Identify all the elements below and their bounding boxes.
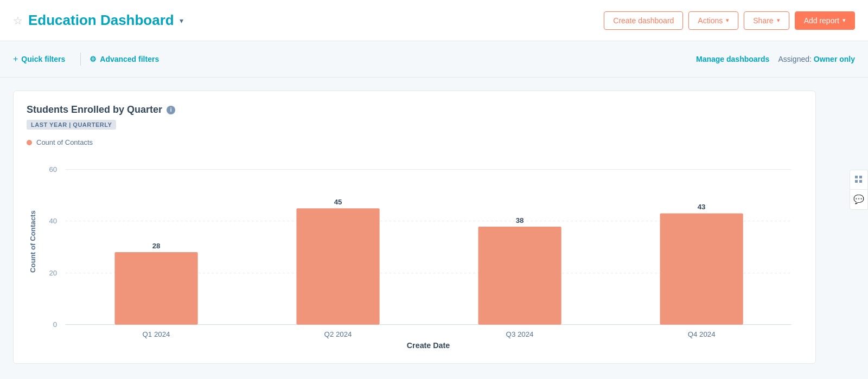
svg-text:Count of Contacts: Count of Contacts bbox=[29, 210, 37, 273]
header: ☆ Education Dashboard ▾ Create dashboard… bbox=[0, 0, 868, 41]
svg-text:Q2 2024: Q2 2024 bbox=[324, 330, 352, 338]
share-button[interactable]: Share bbox=[744, 11, 789, 30]
svg-text:45: 45 bbox=[334, 198, 342, 206]
star-icon[interactable]: ☆ bbox=[13, 14, 23, 27]
svg-text:40: 40 bbox=[49, 217, 57, 225]
bar-q3[interactable] bbox=[478, 227, 561, 325]
svg-text:Q3 2024: Q3 2024 bbox=[506, 330, 534, 338]
info-icon[interactable]: i bbox=[167, 106, 175, 114]
bar-q1[interactable] bbox=[114, 252, 197, 325]
legend-label: Count of Contacts bbox=[36, 138, 93, 146]
side-panel: 💬 bbox=[850, 170, 868, 210]
actions-button[interactable]: Actions bbox=[688, 11, 738, 30]
assigned-label: Assigned: Owner only bbox=[778, 55, 855, 63]
svg-text:Q1 2024: Q1 2024 bbox=[143, 330, 170, 338]
chart-area: 60 40 20 0 Count of Contacts 28 Q1 2024 … bbox=[27, 155, 802, 350]
chart-title: Students Enrolled by Quarter i bbox=[27, 104, 802, 115]
dashboard-title: Education Dashboard bbox=[28, 12, 174, 29]
bar-q2[interactable] bbox=[296, 208, 379, 325]
chat-icon: 💬 bbox=[853, 194, 864, 204]
add-report-button[interactable]: Add report bbox=[795, 11, 855, 30]
chart-card: Students Enrolled by Quarter i LAST YEAR… bbox=[13, 91, 816, 364]
svg-text:28: 28 bbox=[152, 242, 161, 250]
assigned-value: Owner only bbox=[814, 55, 855, 63]
bar-q4[interactable] bbox=[660, 213, 743, 324]
filter-bar: + Quick filters ⚙ Advanced filters Manag… bbox=[0, 41, 868, 78]
svg-text:43: 43 bbox=[698, 203, 706, 211]
advanced-filters-button[interactable]: ⚙ Advanced filters bbox=[90, 50, 159, 68]
plus-icon: + bbox=[13, 54, 18, 64]
legend-dot bbox=[27, 140, 32, 145]
quick-filters-button[interactable]: + Quick filters bbox=[13, 50, 72, 68]
grid-icon bbox=[855, 176, 863, 183]
header-left: ☆ Education Dashboard ▾ bbox=[13, 12, 183, 29]
filter-right: Manage dashboards Assigned: Owner only bbox=[696, 55, 855, 63]
period-badge: LAST YEAR | QUARTERLY bbox=[27, 120, 116, 130]
main-content: Students Enrolled by Quarter i LAST YEAR… bbox=[0, 78, 868, 377]
chat-icon-button[interactable]: 💬 bbox=[850, 190, 867, 209]
manage-dashboards-link[interactable]: Manage dashboards bbox=[696, 55, 769, 63]
chart-svg: 60 40 20 0 Count of Contacts 28 Q1 2024 … bbox=[27, 155, 802, 350]
filter-divider bbox=[80, 53, 81, 66]
create-dashboard-button[interactable]: Create dashboard bbox=[604, 11, 683, 30]
svg-text:60: 60 bbox=[49, 165, 57, 174]
filter-icon: ⚙ bbox=[90, 55, 97, 63]
header-right: Create dashboard Actions Share Add repor… bbox=[604, 11, 855, 30]
svg-text:Q4 2024: Q4 2024 bbox=[688, 330, 716, 338]
svg-text:Create Date: Create Date bbox=[407, 341, 450, 350]
grid-icon-button[interactable] bbox=[850, 170, 867, 190]
svg-text:38: 38 bbox=[516, 216, 524, 224]
chart-legend: Count of Contacts bbox=[27, 138, 802, 146]
svg-text:20: 20 bbox=[49, 269, 57, 277]
chevron-down-icon[interactable]: ▾ bbox=[180, 16, 183, 25]
filter-left: + Quick filters ⚙ Advanced filters bbox=[13, 50, 159, 68]
svg-text:0: 0 bbox=[53, 320, 57, 329]
